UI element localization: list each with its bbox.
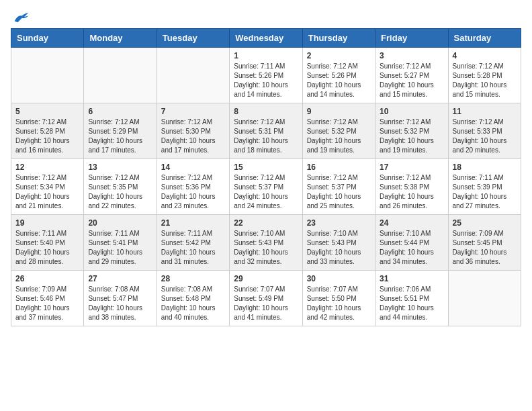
day-header-friday: Friday: [375, 29, 448, 48]
cell-info: Sunrise: 7:10 AMSunset: 5:44 PMDaylight:…: [380, 229, 443, 267]
day-number: 8: [234, 107, 298, 116]
day-number: 25: [453, 218, 517, 228]
cell-info: Sunrise: 7:12 AMSunset: 5:35 PMDaylight:…: [88, 173, 152, 211]
logo-bird-icon: [13, 11, 30, 24]
calendar-cell: 12Sunrise: 7:12 AMSunset: 5:34 PMDayligh…: [11, 159, 84, 215]
calendar-cell: 3Sunrise: 7:12 AMSunset: 5:27 PMDaylight…: [375, 48, 448, 103]
calendar-cell: 21Sunrise: 7:11 AMSunset: 5:42 PMDayligh…: [157, 215, 229, 271]
day-number: 3: [380, 51, 443, 60]
calendar-cell: 18Sunrise: 7:11 AMSunset: 5:39 PMDayligh…: [448, 159, 521, 215]
cell-info: Sunrise: 7:10 AMSunset: 5:43 PMDaylight:…: [307, 229, 371, 267]
day-header-tuesday: Tuesday: [157, 29, 229, 48]
cell-info: Sunrise: 7:12 AMSunset: 5:38 PMDaylight:…: [380, 173, 443, 211]
cell-info: Sunrise: 7:11 AMSunset: 5:42 PMDaylight:…: [161, 229, 225, 267]
calendar-cell: 29Sunrise: 7:07 AMSunset: 5:49 PMDayligh…: [230, 271, 302, 326]
cell-info: Sunrise: 7:12 AMSunset: 5:29 PMDaylight:…: [88, 118, 152, 155]
cell-info: Sunrise: 7:12 AMSunset: 5:30 PMDaylight:…: [161, 118, 225, 155]
cell-info: Sunrise: 7:12 AMSunset: 5:32 PMDaylight:…: [307, 118, 371, 155]
logo: [11, 11, 30, 20]
day-number: 5: [15, 107, 79, 116]
day-header-sunday: Sunday: [11, 29, 84, 48]
calendar-week-2: 5Sunrise: 7:12 AMSunset: 5:28 PMDaylight…: [11, 103, 521, 159]
day-number: 15: [234, 163, 298, 172]
calendar-cell: 10Sunrise: 7:12 AMSunset: 5:32 PMDayligh…: [375, 103, 448, 159]
day-number: 30: [307, 274, 371, 283]
day-number: 22: [234, 218, 298, 228]
day-number: 28: [161, 274, 225, 283]
cell-info: Sunrise: 7:10 AMSunset: 5:43 PMDaylight:…: [234, 229, 298, 267]
calendar-week-1: 1Sunrise: 7:11 AMSunset: 5:26 PMDaylight…: [11, 48, 521, 103]
calendar-cell: 17Sunrise: 7:12 AMSunset: 5:38 PMDayligh…: [375, 159, 448, 215]
day-number: 27: [88, 274, 152, 283]
calendar-cell: 24Sunrise: 7:10 AMSunset: 5:44 PMDayligh…: [375, 215, 448, 271]
calendar-cell: 22Sunrise: 7:10 AMSunset: 5:43 PMDayligh…: [230, 215, 302, 271]
calendar-cell: [448, 271, 521, 326]
day-number: 21: [161, 218, 225, 228]
cell-info: Sunrise: 7:12 AMSunset: 5:36 PMDaylight:…: [161, 173, 225, 211]
calendar-table: SundayMondayTuesdayWednesdayThursdayFrid…: [11, 28, 521, 326]
calendar-cell: 8Sunrise: 7:12 AMSunset: 5:31 PMDaylight…: [230, 103, 302, 159]
cell-info: Sunrise: 7:08 AMSunset: 5:48 PMDaylight:…: [161, 285, 225, 322]
calendar-cell: 30Sunrise: 7:07 AMSunset: 5:50 PMDayligh…: [302, 271, 375, 326]
calendar-cell: [157, 48, 229, 103]
cell-info: Sunrise: 7:09 AMSunset: 5:45 PMDaylight:…: [453, 229, 517, 267]
cell-info: Sunrise: 7:11 AMSunset: 5:41 PMDaylight:…: [88, 229, 152, 267]
day-number: 9: [307, 107, 371, 116]
day-number: 2: [307, 51, 371, 60]
calendar-cell: 14Sunrise: 7:12 AMSunset: 5:36 PMDayligh…: [157, 159, 229, 215]
day-number: 31: [380, 274, 443, 283]
day-number: 29: [234, 274, 298, 283]
day-number: 16: [307, 163, 371, 172]
calendar-week-5: 26Sunrise: 7:09 AMSunset: 5:46 PMDayligh…: [11, 271, 521, 326]
calendar-cell: 16Sunrise: 7:12 AMSunset: 5:37 PMDayligh…: [302, 159, 375, 215]
cell-info: Sunrise: 7:12 AMSunset: 5:32 PMDaylight:…: [380, 118, 443, 155]
cell-info: Sunrise: 7:12 AMSunset: 5:37 PMDaylight:…: [234, 173, 298, 211]
calendar-cell: 26Sunrise: 7:09 AMSunset: 5:46 PMDayligh…: [11, 271, 84, 326]
day-number: 11: [453, 107, 517, 116]
calendar-cell: 25Sunrise: 7:09 AMSunset: 5:45 PMDayligh…: [448, 215, 521, 271]
calendar-cell: 5Sunrise: 7:12 AMSunset: 5:28 PMDaylight…: [11, 103, 84, 159]
day-number: 7: [161, 107, 225, 116]
cell-info: Sunrise: 7:07 AMSunset: 5:50 PMDaylight:…: [307, 285, 371, 322]
day-number: 17: [380, 163, 443, 172]
day-number: 20: [88, 218, 152, 228]
cell-info: Sunrise: 7:11 AMSunset: 5:39 PMDaylight:…: [453, 173, 517, 211]
cell-info: Sunrise: 7:11 AMSunset: 5:26 PMDaylight:…: [234, 62, 298, 99]
cell-info: Sunrise: 7:12 AMSunset: 5:28 PMDaylight:…: [453, 62, 517, 99]
calendar-cell: 1Sunrise: 7:11 AMSunset: 5:26 PMDaylight…: [230, 48, 302, 103]
day-header-saturday: Saturday: [448, 29, 521, 48]
day-header-monday: Monday: [84, 29, 157, 48]
calendar-week-3: 12Sunrise: 7:12 AMSunset: 5:34 PMDayligh…: [11, 159, 521, 215]
day-number: 4: [453, 51, 517, 60]
calendar-cell: 27Sunrise: 7:08 AMSunset: 5:47 PMDayligh…: [84, 271, 157, 326]
day-number: 6: [88, 107, 152, 116]
calendar-cell: [84, 48, 157, 103]
day-number: 26: [15, 274, 79, 283]
day-number: 24: [380, 218, 443, 228]
cell-info: Sunrise: 7:12 AMSunset: 5:33 PMDaylight:…: [453, 118, 517, 155]
cell-info: Sunrise: 7:09 AMSunset: 5:46 PMDaylight:…: [15, 285, 79, 322]
calendar-cell: 31Sunrise: 7:06 AMSunset: 5:51 PMDayligh…: [375, 271, 448, 326]
cell-info: Sunrise: 7:12 AMSunset: 5:37 PMDaylight:…: [307, 173, 371, 211]
calendar-cell: 23Sunrise: 7:10 AMSunset: 5:43 PMDayligh…: [302, 215, 375, 271]
day-number: 14: [161, 163, 225, 172]
day-number: 19: [15, 218, 79, 228]
cell-info: Sunrise: 7:08 AMSunset: 5:47 PMDaylight:…: [88, 285, 152, 322]
cell-info: Sunrise: 7:12 AMSunset: 5:31 PMDaylight:…: [234, 118, 298, 155]
calendar-cell: 11Sunrise: 7:12 AMSunset: 5:33 PMDayligh…: [448, 103, 521, 159]
calendar-cell: 4Sunrise: 7:12 AMSunset: 5:28 PMDaylight…: [448, 48, 521, 103]
calendar-cell: 9Sunrise: 7:12 AMSunset: 5:32 PMDaylight…: [302, 103, 375, 159]
day-number: 13: [88, 163, 152, 172]
cell-info: Sunrise: 7:12 AMSunset: 5:26 PMDaylight:…: [307, 62, 371, 99]
calendar-cell: [11, 48, 84, 103]
day-header-wednesday: Wednesday: [230, 29, 302, 48]
cell-info: Sunrise: 7:12 AMSunset: 5:27 PMDaylight:…: [380, 62, 443, 99]
day-number: 18: [453, 163, 517, 172]
day-number: 23: [307, 218, 371, 228]
day-header-thursday: Thursday: [302, 29, 375, 48]
cell-info: Sunrise: 7:07 AMSunset: 5:49 PMDaylight:…: [234, 285, 298, 322]
cell-info: Sunrise: 7:11 AMSunset: 5:40 PMDaylight:…: [15, 229, 79, 267]
cell-info: Sunrise: 7:12 AMSunset: 5:34 PMDaylight:…: [15, 173, 79, 211]
calendar-week-4: 19Sunrise: 7:11 AMSunset: 5:40 PMDayligh…: [11, 215, 521, 271]
day-number: 1: [234, 51, 298, 60]
